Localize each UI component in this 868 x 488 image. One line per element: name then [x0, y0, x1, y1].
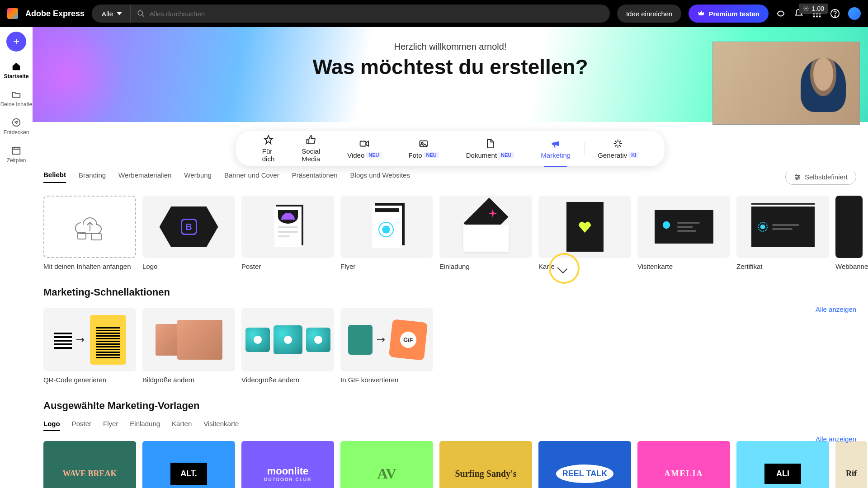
category-social-media[interactable]: Social Media: [288, 135, 334, 163]
tab-banner[interactable]: Banner und Cover: [224, 171, 279, 183]
template-item[interactable]: ALI: [736, 441, 829, 488]
templates-heading: Ausgewählte Marketing-Vorlagen: [43, 400, 868, 412]
tab-popular[interactable]: Beliebt: [43, 171, 66, 183]
card-webbanner[interactable]: Webbanner: [835, 196, 863, 270]
svg-rect-8: [816, 16, 818, 18]
tpl-tab-poster[interactable]: Poster: [72, 420, 91, 431]
premium-label: Premium testen: [708, 10, 760, 18]
qa-resize-image[interactable]: Bildgröße ändern: [142, 308, 235, 384]
qa-label: In GIF konvertieren: [340, 376, 433, 384]
search-icon: [137, 9, 145, 18]
card-poster[interactable]: Poster: [241, 196, 334, 270]
sidebar-label: Deine Inhalte: [0, 101, 33, 108]
tab-presentations[interactable]: Präsentationen: [292, 171, 338, 183]
cat-label: Dokument: [466, 151, 497, 159]
svg-rect-15: [360, 141, 366, 146]
tab-advertising[interactable]: Werbung: [184, 171, 212, 183]
template-item[interactable]: AV: [340, 441, 433, 488]
card-label: Flyer: [340, 263, 433, 270]
qa-qr-code[interactable]: QR-Code generieren: [43, 308, 136, 384]
category-bar: Für dich Social Media VideoNEU FotoNEU D…: [236, 131, 665, 166]
qa-resize-video[interactable]: Videogröße ändern: [241, 308, 334, 384]
sliders-icon: [794, 174, 801, 181]
share-icon[interactable]: [776, 9, 786, 19]
card-certificate[interactable]: Zertifikat: [736, 196, 829, 270]
new-badge: NEU: [366, 152, 381, 158]
sidebar-label: Startseite: [4, 73, 29, 80]
sidebar-item-schedule[interactable]: Zeitplan: [7, 145, 26, 164]
new-badge: NEU: [424, 152, 439, 158]
tpl-tab-business[interactable]: Visitenkarte: [203, 420, 239, 431]
template-item[interactable]: REEL TALK: [538, 441, 631, 488]
templates-row: WAVE BREAK ALT. moonliteOUTDOOR CLUB AV …: [43, 441, 868, 488]
svg-rect-14: [13, 148, 20, 155]
help-icon[interactable]: [830, 9, 840, 19]
zoom-value: 1.00: [812, 5, 824, 12]
template-item[interactable]: ALT.: [142, 441, 235, 488]
template-item[interactable]: Surfing Sandy's: [439, 441, 532, 488]
svg-point-20: [796, 178, 797, 179]
category-marketing[interactable]: Marketing: [527, 139, 584, 159]
submit-idea-button[interactable]: Idee einreichen: [617, 5, 682, 23]
try-premium-button[interactable]: Premium testen: [689, 5, 769, 23]
card-invitation[interactable]: Einladung: [439, 196, 532, 270]
ki-badge: KI: [629, 152, 638, 158]
cat-label: Marketing: [541, 151, 571, 159]
card-flyer[interactable]: Flyer: [340, 196, 433, 270]
card-business-card[interactable]: Visitenkarte: [637, 196, 730, 270]
tab-branding[interactable]: Branding: [79, 171, 106, 183]
svg-rect-7: [813, 16, 815, 18]
create-new-fab[interactable]: +: [6, 32, 26, 52]
card-label: Logo: [142, 263, 235, 270]
category-generative[interactable]: GenerativKI: [584, 139, 652, 159]
see-all-link[interactable]: Alle anzeigen: [816, 435, 856, 443]
gear-icon: [803, 5, 809, 12]
zoom-indicator: 1.00: [799, 4, 828, 14]
card-label: Poster: [241, 263, 334, 270]
search-filter-dropdown[interactable]: Alle: [92, 5, 131, 23]
arrow-icon: [377, 337, 386, 343]
category-for-you[interactable]: Für dich: [249, 135, 288, 163]
category-video[interactable]: VideoNEU: [334, 139, 395, 159]
tab-blogs[interactable]: Blogs und Websites: [350, 171, 410, 183]
cat-label: Foto: [408, 151, 422, 159]
tpl-tab-cards[interactable]: Karten: [172, 420, 192, 431]
tpl-tab-invitation[interactable]: Einladung: [130, 420, 160, 431]
hero-title: Was möchtest du erstellen?: [312, 55, 588, 79]
card-label: Visitenkarte: [637, 263, 730, 270]
qa-label: Bildgröße ändern: [142, 376, 235, 384]
tpl-tab-logo[interactable]: Logo: [43, 420, 60, 431]
upload-art: [43, 196, 136, 258]
svg-point-19: [798, 176, 799, 178]
sidebar-label: Entdecken: [4, 129, 29, 136]
qa-convert-gif[interactable]: In GIF konvertieren: [340, 308, 433, 384]
see-all-link[interactable]: Alle anzeigen: [816, 305, 856, 313]
card-logo[interactable]: B Logo: [142, 196, 235, 270]
star-icon: [264, 135, 274, 145]
thumbs-up-icon: [306, 135, 316, 145]
search-filter-label: Alle: [102, 10, 113, 18]
card-start-with-content[interactable]: Mit deinen Inhalten anfangen: [43, 196, 136, 270]
sidebar-item-your-content[interactable]: Deine Inhalte: [0, 89, 33, 108]
sidebar-item-home[interactable]: Startseite: [4, 61, 29, 80]
svg-point-18: [796, 174, 797, 176]
user-avatar[interactable]: [848, 7, 861, 20]
format-cards-row: Mit deinen Inhalten anfangen B Logo Post…: [43, 196, 868, 270]
sidebar-item-discover[interactable]: Entdecken: [4, 117, 29, 136]
template-item[interactable]: moonliteOUTDOOR CLUB: [241, 441, 334, 488]
category-photo[interactable]: FotoNEU: [395, 139, 452, 159]
qa-label: Videogröße ändern: [241, 376, 334, 384]
calendar-icon: [11, 145, 21, 155]
tab-materials[interactable]: Werbematerialien: [118, 171, 171, 183]
template-item[interactable]: Rif: [835, 441, 867, 488]
search-input[interactable]: [150, 10, 604, 18]
custom-size-button[interactable]: Selbstdefiniert: [785, 171, 856, 185]
sparkle-icon: [613, 139, 623, 149]
card-label: Zertifikat: [736, 263, 829, 270]
template-tabs: Logo Poster Flyer Einladung Karten Visit…: [43, 420, 868, 431]
template-item[interactable]: WAVE BREAK: [43, 441, 136, 488]
cat-label: Für dich: [262, 147, 275, 163]
tpl-tab-flyer[interactable]: Flyer: [103, 420, 118, 431]
template-item[interactable]: AMELIA: [637, 441, 730, 488]
category-document[interactable]: DokumentNEU: [453, 139, 528, 159]
